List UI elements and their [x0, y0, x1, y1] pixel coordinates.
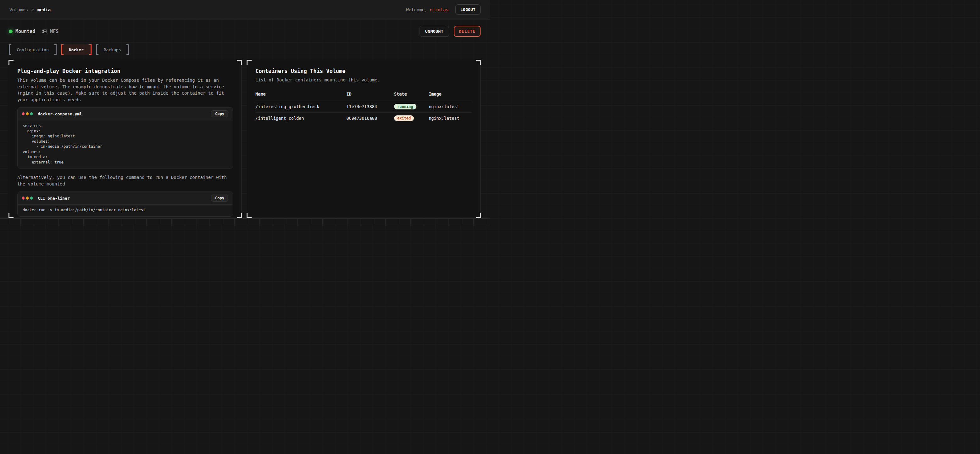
- containers-panel-subtitle: List of Docker containers mounting this …: [255, 77, 472, 83]
- footer-grid-band: [0, 218, 490, 227]
- breadcrumb-current-page: media: [37, 7, 51, 12]
- tab-backups[interactable]: Backups: [96, 44, 129, 55]
- status-row: Mounted NFS UNMOUNT DELETE: [9, 26, 480, 37]
- mounted-status: Mounted: [9, 29, 35, 34]
- copy-cli-button[interactable]: Copy: [211, 195, 228, 202]
- bracket-icon: [54, 44, 57, 55]
- cli-intro-text: Alternatively, you can use the following…: [17, 174, 233, 187]
- containers-panel-title: Containers Using This Volume: [255, 68, 472, 74]
- corner-bracket-decoration: [237, 60, 242, 65]
- topbar-right-group: Welcome, nicolas LOGOUT: [406, 5, 480, 15]
- welcome-prefix: Welcome,: [406, 7, 427, 12]
- tab-docker-label: Docker: [64, 44, 89, 55]
- cli-block-name: CLI one-liner: [38, 196, 211, 201]
- corner-bracket-decoration: [476, 213, 481, 218]
- nfs-type-indicator: NFS: [42, 29, 59, 34]
- cli-code-text: docker run -v im-media:/path/in/containe…: [23, 208, 228, 213]
- username: nicolas: [430, 7, 449, 12]
- containers-panel: Containers Using This Volume List of Doc…: [247, 60, 480, 218]
- main-content: Mounted NFS UNMOUNT DELETE Configuration: [0, 26, 490, 218]
- nfs-server-icon: [42, 29, 47, 34]
- compose-code-block: docker-compose.yml Copy services: nginx:…: [17, 107, 233, 168]
- corner-bracket-decoration: [8, 60, 14, 65]
- traffic-light-green-icon: [30, 112, 33, 115]
- status-badge: exited: [394, 115, 414, 121]
- logout-button[interactable]: LOGOUT: [455, 5, 480, 15]
- container-id: f1e73e7f3884: [346, 101, 394, 112]
- docker-integration-panel: Plug-and-play Docker integration This vo…: [9, 60, 242, 218]
- panels-row: Plug-and-play Docker integration This vo…: [9, 60, 480, 218]
- traffic-light-amber-icon: [26, 197, 29, 200]
- volume-status-group: Mounted NFS: [9, 29, 59, 34]
- container-image: nginx:latest: [429, 101, 472, 112]
- container-name: /interesting_grothendieck: [255, 101, 346, 112]
- docker-panel-description: This volume can be used in your Docker C…: [17, 77, 233, 103]
- welcome-text: Welcome, nicolas: [406, 7, 449, 12]
- column-header-id: ID: [346, 92, 394, 101]
- containers-table: Name ID State Image /interesting_grothen…: [255, 92, 472, 124]
- delete-button[interactable]: DELETE: [454, 26, 480, 37]
- compose-code-block-header: docker-compose.yml Copy: [18, 108, 233, 121]
- container-id: 069e73016a88: [346, 112, 394, 124]
- bracket-icon: [9, 44, 11, 55]
- column-header-image: Image: [429, 92, 472, 101]
- mounted-status-dot-icon: [9, 30, 13, 33]
- traffic-light-red-icon: [22, 112, 24, 115]
- table-header-row: Name ID State Image: [255, 92, 472, 101]
- corner-bracket-decoration: [247, 60, 251, 65]
- column-header-state: State: [394, 92, 429, 101]
- compose-code-text: services: nginx: image: nginx:latest vol…: [23, 123, 228, 165]
- bracket-icon: [89, 44, 92, 55]
- breadcrumb: Volumes > media: [10, 7, 51, 12]
- breadcrumb-separator-icon: >: [32, 7, 34, 12]
- copy-compose-button[interactable]: Copy: [211, 110, 228, 117]
- tab-configuration-label: Configuration: [11, 44, 54, 55]
- column-header-name: Name: [255, 92, 346, 101]
- status-badge: running: [394, 104, 417, 110]
- bracket-icon: [126, 44, 129, 55]
- traffic-light-amber-icon: [26, 112, 29, 115]
- bracket-icon: [96, 44, 99, 55]
- cli-code-block: CLI one-liner Copy docker run -v im-medi…: [17, 192, 233, 217]
- tabs-row: Configuration Docker Backups: [9, 44, 480, 55]
- mounted-status-label: Mounted: [16, 29, 35, 34]
- traffic-light-red-icon: [22, 197, 24, 200]
- compose-filename: docker-compose.yml: [38, 112, 211, 116]
- container-name: /intelligent_colden: [255, 112, 346, 124]
- tab-configuration[interactable]: Configuration: [9, 44, 57, 55]
- cli-code-body: docker run -v im-media:/path/in/containe…: [18, 205, 233, 216]
- traffic-light-green-icon: [30, 197, 33, 200]
- container-image: nginx:latest: [429, 112, 472, 124]
- docker-panel-title: Plug-and-play Docker integration: [17, 68, 233, 74]
- compose-code-body: services: nginx: image: nginx:latest vol…: [18, 121, 233, 168]
- bracket-icon: [61, 44, 64, 55]
- tab-docker[interactable]: Docker: [61, 44, 92, 55]
- breadcrumb-volumes-link[interactable]: Volumes: [10, 7, 28, 12]
- corner-bracket-decoration: [237, 213, 242, 218]
- nfs-label: NFS: [50, 29, 59, 34]
- volume-actions: UNMOUNT DELETE: [420, 26, 480, 37]
- top-bar: Volumes > media Welcome, nicolas LOGOUT: [0, 0, 490, 19]
- cli-code-block-header: CLI one-liner Copy: [18, 192, 233, 205]
- corner-bracket-decoration: [8, 213, 14, 218]
- table-row: /intelligent_colden 069e73016a88 exited …: [255, 112, 472, 124]
- unmount-button[interactable]: UNMOUNT: [420, 26, 449, 37]
- tab-backups-label: Backups: [99, 44, 126, 55]
- corner-bracket-decoration: [247, 213, 251, 218]
- corner-bracket-decoration: [476, 60, 481, 65]
- table-row: /interesting_grothendieck f1e73e7f3884 r…: [255, 101, 472, 112]
